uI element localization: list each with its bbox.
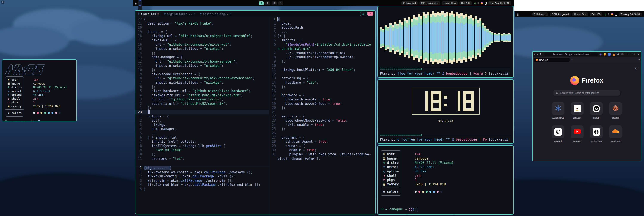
menu-button[interactable]: ☰ xyxy=(622,53,624,56)
visualizer-bar xyxy=(413,15,415,60)
clock-digit xyxy=(463,91,474,111)
fetch-row: ❒pkgs1 xyxy=(382,178,399,182)
minimize-button[interactable]: — xyxy=(628,53,630,56)
ghost-icon: ᗣ xyxy=(381,207,385,211)
tab-close-icon[interactable]: ✕ xyxy=(194,12,195,15)
bluetooth-icon[interactable]: ᛒ xyxy=(608,13,609,16)
editor-tab[interactable]: ❄pkgs/default...✕ xyxy=(162,11,198,17)
status-module[interactable]: GPU: Integrated xyxy=(550,12,571,16)
terminal-tty-clock[interactable]: 08/08/24 =====================> Playing:… xyxy=(377,79,514,144)
window-close-button[interactable]: ✕ xyxy=(368,12,373,16)
fetch-value: 1 xyxy=(415,178,417,182)
fetch-row: ▦memory1946 | 15394 MiB xyxy=(382,182,399,186)
shell-icon: ❯ xyxy=(6,97,12,101)
editor-tab[interactable]: ❄flake.nix✕ xyxy=(136,11,162,17)
status-module[interactable]: Bat: 100 xyxy=(459,1,472,5)
maximize-button[interactable]: □ xyxy=(633,53,634,56)
visualizer-bar xyxy=(477,20,479,55)
app-launcher-icon[interactable]: ⣿ xyxy=(135,2,137,5)
url-bar[interactable]: Search with Google or enter address xyxy=(544,52,598,56)
shell-prompt[interactable]: ᗣ → canopus ~ ❯❯❯ xyxy=(5,120,76,122)
shell-prompt[interactable]: ᗣ → canopus ~ ❯❯❯ xyxy=(381,207,418,211)
code-line: 24 rtkit.enable = true; xyxy=(269,123,375,127)
terminal-fetch-right[interactable]: ☻usertux☰hnamecanopus❄distroNixOS 24.11 … xyxy=(377,145,514,215)
extension-icon-metamask[interactable] xyxy=(612,53,615,56)
code-line: 5 nixos-hardware.url = "github:nixos/nix… xyxy=(136,89,269,93)
code-line: 18 bluetooth.enable = true; xyxy=(269,97,375,102)
progress-line xyxy=(423,69,511,69)
status-module[interactable]: GPU: Integrated xyxy=(419,1,440,5)
palette-dot xyxy=(37,112,39,114)
extension-icon-sidebar[interactable]: ❖ xyxy=(617,53,620,56)
status-module[interactable]: Home: 6ms xyxy=(572,12,588,16)
audio-icon[interactable] xyxy=(481,2,483,4)
workspace-3[interactable]: 3 xyxy=(272,1,277,5)
shortcut-tile-cloudflare[interactable]: cloudflare xyxy=(609,125,622,142)
phone-icon[interactable] xyxy=(485,2,487,5)
status-module[interactable]: Bat: 100 xyxy=(590,12,602,16)
fetch-row: ⌨kernel6.9.8-zen1 xyxy=(6,89,22,93)
window-chip[interactable]: $W xyxy=(138,0,142,3)
tab-new-tab[interactable]: New Tab xyxy=(534,58,570,62)
fetch-value: 3h 59m xyxy=(415,169,426,173)
firefox-window[interactable]: ‹ › ↻ Search with Google or enter addres… xyxy=(532,51,642,161)
shortcut-tile-chat.openai[interactable]: chat.openai xyxy=(590,125,603,142)
gear-icon[interactable]: ⚙ xyxy=(635,67,638,70)
status-module[interactable]: P: Balanced xyxy=(532,12,548,16)
code-line: 8 url = "github:nix-community/nix-vscode… xyxy=(136,76,269,81)
app-launcher-icon[interactable]: ⣿ xyxy=(1,1,4,4)
neovim-editor-window[interactable]: ❄flake.nix✕❄pkgs/default...✕❄hosts/isoIm… xyxy=(135,10,376,214)
prompt-host: canopus xyxy=(13,120,26,121)
fetch-value: 2185 | 15394 MiB xyxy=(33,104,60,108)
visualizer-bar xyxy=(404,18,406,57)
workspace-4[interactable]: 4 xyxy=(278,1,283,5)
code-line: 11 nixpkgs.hostPlatform = "x86_64-linux"… xyxy=(269,68,375,72)
visualizer-bar xyxy=(420,16,422,60)
workspace-1[interactable]: 1 xyxy=(259,1,264,5)
shortcut-tile-github[interactable]: github xyxy=(590,102,603,119)
extension-icon-ublock[interactable]: ◆ xyxy=(600,53,602,56)
eye-toggle-button[interactable]: ◉ xyxy=(360,12,366,16)
back-button[interactable]: ‹ xyxy=(534,53,535,56)
audio-icon[interactable] xyxy=(611,13,614,15)
new-tab-button[interactable]: + xyxy=(571,58,573,61)
code-pane-iso-image[interactable]: 1{1 pkgs,2 modulesPath,3 ...4}: {5 impor… xyxy=(269,17,375,214)
extension-icon-darkreader[interactable] xyxy=(604,53,606,56)
ghost-icon: ᗣ xyxy=(5,120,9,122)
visualizer-bar xyxy=(496,34,498,42)
phone-icon[interactable] xyxy=(615,13,617,16)
tab-close-icon[interactable]: ✕ xyxy=(230,12,231,15)
editor-tab[interactable]: ❄hosts/isoImag..✕ xyxy=(198,11,234,17)
status-module[interactable]: P: Balanced xyxy=(401,1,418,5)
visualizer-bar xyxy=(472,18,474,58)
terminal-fetch-left[interactable]: _ ___ ____ _____ / | / (_) __/ __ \/ ___… xyxy=(2,60,77,121)
shortcut-tile-chatgpt[interactable]: chatgpt xyxy=(552,125,564,142)
shortcut-tile-claude[interactable]: claude xyxy=(609,102,622,119)
close-button[interactable]: ✕ xyxy=(637,53,639,56)
app-launcher-icon[interactable]: ⣿ xyxy=(517,13,518,16)
tab-list-chevron-icon[interactable]: ▾ xyxy=(638,59,640,61)
clock-pill[interactable]: Thu Aug 08, 18:39 xyxy=(618,12,642,16)
forward-button[interactable]: › xyxy=(537,53,538,56)
status-module[interactable]: Home: 8ms xyxy=(442,1,458,5)
bluetooth-icon[interactable]: ᛒ xyxy=(478,2,479,4)
workspace-2[interactable]: 2 xyxy=(265,1,270,5)
shortcut-tile-youtube[interactable]: youtube xyxy=(571,125,584,142)
window-chip[interactable]: $W xyxy=(138,3,142,8)
network-icon[interactable]: ψ xyxy=(474,2,476,4)
clock-pill[interactable]: Thu Aug 08, 18:18 xyxy=(488,1,512,5)
shortcut-tile-search.nixos[interactable]: search.nixos xyxy=(552,102,564,119)
visualizer-bar xyxy=(425,15,427,61)
tab-close-icon[interactable]: ✕ xyxy=(157,12,159,15)
shortcut-label: claude xyxy=(612,116,619,119)
shortcut-tile-amazon[interactable]: aamazon xyxy=(571,102,584,119)
terminal-cava-visualizer[interactable]: =====================> Playing: ffee for… xyxy=(377,6,514,78)
code-line: 4 home-manager, xyxy=(136,127,269,131)
code-pane-pkgs-default[interactable]: 1{pkgs, ...}: {1 tux-awesome-wm-config =… xyxy=(136,166,269,214)
code-pane-flake-nix[interactable]: 22{21 description = "tux's NixOS Flake";… xyxy=(136,17,269,165)
reload-button[interactable]: ↻ xyxy=(540,53,542,56)
extension-icon-bitwarden[interactable]: b xyxy=(608,53,611,56)
search-bar[interactable]: Search with Google or enter address xyxy=(554,90,620,96)
network-icon[interactable]: ψ xyxy=(604,13,606,16)
svg-text:a: a xyxy=(576,106,578,110)
